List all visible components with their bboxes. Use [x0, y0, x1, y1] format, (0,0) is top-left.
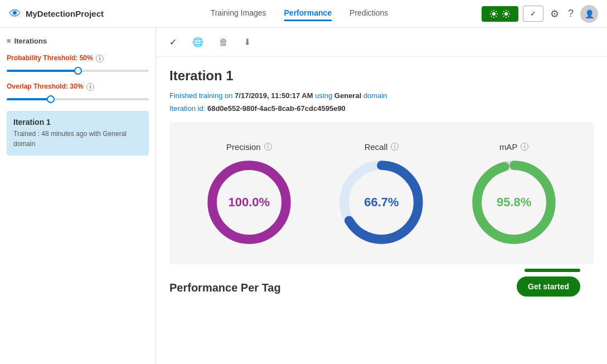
precision-title: Precision i — [226, 142, 272, 152]
train-button[interactable] — [482, 6, 518, 22]
logo-icon: 👁 — [9, 7, 21, 21]
trash-icon: 🗑 — [219, 37, 228, 47]
toolbar-publish-button[interactable]: 🌐 — [190, 35, 206, 50]
progress-bar — [525, 269, 580, 272]
toolbar-delete-button[interactable]: 🗑 — [217, 35, 230, 50]
iteration-item-title: Iteration 1 — [13, 118, 142, 127]
iteration-header: Iteration 1 Finished training on 7/17/20… — [156, 57, 607, 122]
recall-info-icon[interactable]: i — [391, 143, 399, 151]
avatar[interactable]: 👤 — [580, 5, 598, 23]
overlap-info-icon[interactable]: i — [86, 83, 94, 91]
globe-icon: 🌐 — [192, 37, 203, 47]
avatar-icon: 👤 — [585, 9, 594, 18]
iteration-title: Iteration 1 — [169, 68, 594, 84]
precision-value: 100.0% — [229, 195, 270, 210]
settings-button[interactable]: ⚙ — [548, 6, 561, 22]
help-icon: ? — [568, 8, 574, 19]
map-chart: mAP i 95.8% — [472, 142, 556, 244]
iteration-item-subtitle: Trained : 48 minutes ago with General do… — [13, 129, 142, 149]
probability-threshold-group: Probability Threshold: 50% i — [7, 54, 149, 74]
charts-row: Precision i 100.0% Recall — [183, 135, 580, 251]
overlap-threshold-label: Overlap Threshold: 30% i — [7, 82, 149, 91]
get-started-area: Get started — [503, 264, 594, 301]
layers-icon: ≡ — [7, 37, 11, 45]
probability-threshold-label: Probability Threshold: 50% i — [7, 54, 149, 62]
performance-per-tag-title: Performance Per Tag — [169, 270, 294, 301]
train-icon — [489, 9, 498, 18]
recall-title: Recall i — [365, 142, 399, 152]
recall-chart: Recall i 66.7% — [339, 142, 423, 244]
overlap-threshold-group: Overlap Threshold: 30% i — [7, 82, 149, 102]
download-icon: ⬇ — [244, 37, 251, 47]
content-toolbar: ✓ 🌐 🗑 ⬇ — [156, 28, 607, 57]
header: 👁 MyDetectionProject Training Images Per… — [0, 0, 607, 28]
svg-point-0 — [492, 12, 496, 16]
gear-icon: ⚙ — [550, 8, 559, 20]
toolbar-download-button[interactable]: ⬇ — [241, 35, 253, 50]
precision-donut: 100.0% — [207, 161, 291, 244]
recall-value: 66.7% — [364, 195, 399, 210]
check-icon: ✓ — [530, 9, 536, 18]
sidebar: ≡ Iterations Probability Threshold: 50% … — [0, 28, 156, 364]
content-area: ✓ 🌐 🗑 ⬇ Iteration 1 Finished training on… — [156, 28, 607, 364]
iteration-list-item[interactable]: Iteration 1 Trained : 48 minutes ago wit… — [7, 111, 149, 156]
toolbar-check-button[interactable]: ✓ — [167, 35, 179, 50]
tab-predictions[interactable]: Predictions — [349, 6, 388, 21]
main-layout: ≡ Iterations Probability Threshold: 50% … — [0, 28, 607, 364]
nav-tabs: Training Images Performance Predictions — [126, 6, 473, 21]
overlap-threshold-slider[interactable] — [7, 98, 149, 100]
tab-performance[interactable]: Performance — [284, 6, 332, 21]
map-value: 95.8% — [497, 195, 531, 210]
map-info-icon[interactable]: i — [521, 143, 528, 151]
map-title: mAP i — [499, 142, 529, 152]
charts-section: Precision i 100.0% Recall — [169, 122, 594, 264]
tab-training-images[interactable]: Training Images — [211, 6, 266, 21]
svg-point-1 — [504, 12, 508, 16]
check-toolbar-icon: ✓ — [169, 37, 177, 47]
bottom-section: Performance Per Tag Get started — [156, 264, 607, 301]
iteration-meta: Finished training on 7/17/2019, 11:50:17… — [169, 89, 594, 115]
train-icon2 — [502, 9, 511, 18]
probability-info-icon[interactable]: i — [96, 55, 104, 62]
check-button[interactable]: ✓ — [523, 6, 543, 22]
get-started-button[interactable]: Get started — [517, 276, 580, 297]
probability-threshold-slider[interactable] — [7, 70, 149, 72]
help-button[interactable]: ? — [566, 6, 576, 22]
header-actions: ✓ ⚙ ? 👤 — [482, 5, 598, 23]
precision-info-icon[interactable]: i — [264, 143, 272, 151]
map-donut: 95.8% — [472, 161, 556, 244]
project-name: MyDetectionProject — [26, 9, 104, 18]
precision-chart: Precision i 100.0% — [207, 142, 291, 244]
header-logo: 👁 MyDetectionProject — [9, 7, 104, 21]
iterations-section-title: ≡ Iterations — [7, 37, 149, 45]
recall-donut: 66.7% — [339, 161, 423, 244]
